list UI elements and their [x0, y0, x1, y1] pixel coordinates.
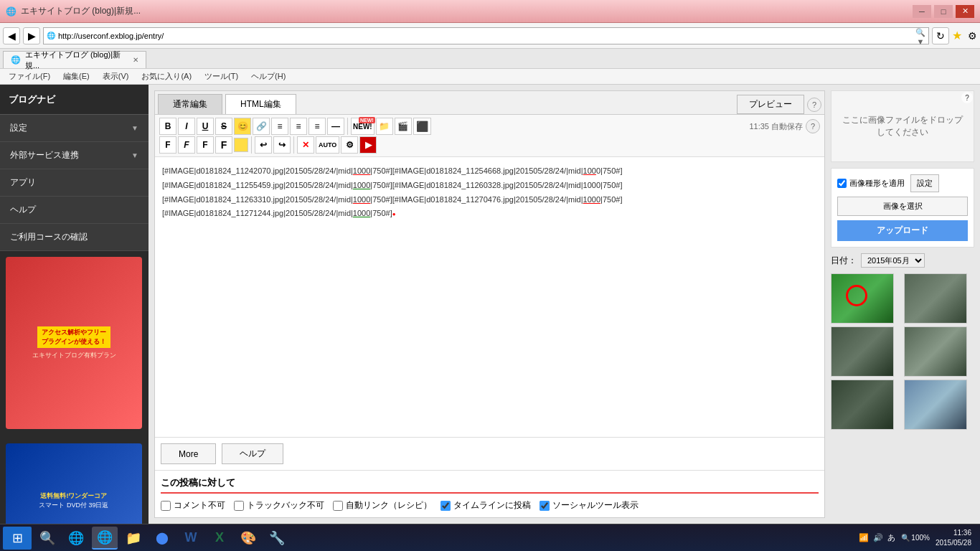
social-checkbox[interactable] [540, 501, 550, 511]
sidebar-item-apps[interactable]: アプリ [0, 169, 149, 197]
undo-btn[interactable]: ↩ [255, 136, 272, 154]
image-thumb-2[interactable] [904, 273, 967, 324]
minimize-btn[interactable]: ─ [913, 5, 931, 18]
sidebar: ブログナビ 設定 ▼ 外部サービス連携 ▼ アプリ ヘルプ ご利用コースの確認 … [0, 85, 149, 524]
sidebar-item-help[interactable]: ヘルプ [0, 197, 149, 224]
editor-help-icon[interactable]: ? [807, 98, 821, 112]
align-left-btn[interactable]: ≡ [271, 118, 288, 135]
set-button[interactable]: 設定 [910, 174, 939, 192]
color-swatch[interactable] [234, 138, 248, 152]
image-thumb-4[interactable] [904, 326, 967, 377]
image-thumb-5[interactable] [831, 380, 894, 430]
sidebar-item-external[interactable]: 外部サービス連携 ▼ [0, 142, 149, 169]
sidebar-ad-1: アクセス解析やフリープラグインが使える！ エキサイトブログ有料プラン [0, 251, 149, 435]
clear-btn[interactable]: ✕ [297, 136, 314, 154]
taskbar-chrome[interactable]: ⬤ [149, 527, 175, 550]
menu-file[interactable]: ファイル(F) [3, 70, 56, 83]
sidebar-item-plan[interactable]: ご利用コースの確認 [0, 224, 149, 251]
date-select[interactable]: 2015年05月 [861, 253, 925, 268]
toolbar: B I U S 😊 🔗 ≡ ≡ ≡ — NEW! 📁 🎬 ⬛ 1 [155, 115, 824, 157]
sidebar-item-settings[interactable]: 設定 ▼ [0, 115, 149, 142]
taskbar-ie[interactable]: 🌐 [63, 527, 89, 550]
special-btn[interactable]: ⬛ [413, 118, 431, 135]
right-help-icon[interactable]: ? [961, 92, 973, 103]
hr-btn[interactable]: — [327, 118, 344, 135]
menu-tools[interactable]: ツール(T) [199, 70, 244, 83]
underline-btn[interactable]: U [197, 118, 214, 135]
image-select-button[interactable]: 画像を選択 [837, 197, 968, 216]
image-form-label: 画像種形を適用 [849, 178, 905, 189]
forward-btn[interactable]: ▶ [23, 27, 40, 44]
font2-btn[interactable]: F [178, 136, 195, 154]
ad-banner-premium[interactable]: アクセス解析やフリープラグインが使える！ エキサイトブログ有料プラン [6, 257, 142, 429]
sidebar-label-external: 外部サービス連携 [10, 149, 79, 161]
menu-edit[interactable]: 編集(E) [57, 70, 95, 83]
image-btn[interactable]: 📁 [376, 118, 393, 135]
toolbar-help-icon[interactable]: ? [806, 119, 820, 133]
timeline-checkbox[interactable] [440, 501, 451, 511]
tab-html-edit[interactable]: HTML編集 [225, 94, 296, 114]
emoji-btn[interactable]: 😊 [234, 118, 251, 135]
window-controls: ─ □ ✕ [913, 5, 974, 18]
auto-btn[interactable]: AUTO [316, 136, 339, 154]
sidebar-label-apps: アプリ [10, 176, 36, 189]
help-footer-button[interactable]: ヘルプ [222, 443, 283, 464]
maximize-btn[interactable]: □ [934, 5, 953, 18]
taskbar-excel[interactable]: X [207, 527, 232, 550]
upload-text: ここに画像ファイルをドロップしてください [840, 114, 965, 138]
auto-link-checkbox[interactable] [333, 501, 343, 511]
no-comment-checkbox[interactable] [161, 501, 171, 511]
taskbar-ie-active[interactable]: 🌐 [92, 527, 118, 550]
editor-body[interactable]: [#IMAGE|d0181824_11242070.jpg|201505/28/… [155, 157, 824, 437]
image-thumb-1[interactable] [831, 273, 894, 324]
ime-icon[interactable]: あ [887, 532, 895, 543]
bold-btn[interactable]: B [159, 118, 176, 135]
menu-help[interactable]: ヘルプ(H) [245, 70, 291, 83]
redo-btn[interactable]: ↪ [273, 136, 291, 154]
no-trackback-checkbox[interactable] [234, 501, 244, 511]
editor-content: [#IMAGE|d0181824_11242070.jpg|201505/28/… [162, 164, 817, 221]
tab-bar: 🌐 エキサイトブログ (blog)|新規... ✕ [0, 49, 980, 69]
taskbar-word[interactable]: W [178, 527, 204, 550]
align-right-btn[interactable]: ≡ [308, 118, 326, 135]
plugin-btn[interactable]: ⚙ [341, 136, 358, 154]
refresh-btn[interactable]: ↻ [932, 27, 949, 44]
upload-button[interactable]: アップロード [837, 220, 968, 241]
more-button[interactable]: More [161, 443, 216, 464]
address-search-btn[interactable]: 🔍▼ [913, 28, 928, 44]
address-input[interactable] [58, 32, 913, 40]
align-center-btn[interactable]: ≡ [290, 118, 307, 135]
settings-title: この投稿に対して [161, 476, 819, 494]
tab-close-btn[interactable]: ✕ [133, 56, 138, 64]
tab-normal-edit[interactable]: 通常編集 [158, 94, 222, 114]
checkbox-social: ソーシャルツール表示 [540, 499, 639, 512]
tools-icon[interactable]: ⚙ [968, 30, 977, 42]
menu-favorites[interactable]: お気に入り(A) [136, 70, 197, 83]
back-btn[interactable]: ◀ [3, 27, 20, 44]
link-btn[interactable]: 🔗 [253, 118, 270, 135]
image-thumb-3[interactable] [831, 326, 894, 377]
ad-banner-wonder[interactable]: 送料無料!ワンダーコア スマート DVD付 39日返 [6, 443, 142, 524]
taskbar-paint[interactable]: 🎨 [235, 527, 261, 550]
close-btn[interactable]: ✕ [956, 5, 974, 18]
new-feature-btn[interactable]: NEW! [351, 118, 374, 135]
image-style-checkbox[interactable] [837, 179, 847, 188]
media-red-btn[interactable]: ▶ [359, 136, 377, 154]
strike-btn[interactable]: S [215, 118, 232, 135]
start-button[interactable]: ⊞ [3, 527, 32, 550]
video-btn[interactable]: 🎬 [395, 118, 412, 135]
italic-btn[interactable]: I [178, 118, 195, 135]
font1-btn[interactable]: F [159, 136, 176, 154]
taskbar-app[interactable]: 🔧 [264, 527, 290, 550]
menu-view[interactable]: 表示(V) [97, 70, 135, 83]
taskbar-cortana[interactable]: 🔍 [34, 527, 60, 550]
tab-label: エキサイトブログ (blog)|新規... [25, 50, 128, 71]
image-thumb-6[interactable] [904, 380, 967, 430]
tab-active[interactable]: 🌐 エキサイトブログ (blog)|新規... ✕ [3, 51, 146, 68]
taskbar-explorer[interactable]: 📁 [121, 527, 146, 550]
preview-button[interactable]: プレビュー [737, 95, 804, 114]
font4-btn[interactable]: F [215, 136, 232, 154]
upload-drop-area[interactable]: ここに画像ファイルをドロップしてください [831, 90, 974, 162]
font3-btn[interactable]: F [197, 136, 214, 154]
star-icon[interactable]: ★ [952, 29, 962, 42]
